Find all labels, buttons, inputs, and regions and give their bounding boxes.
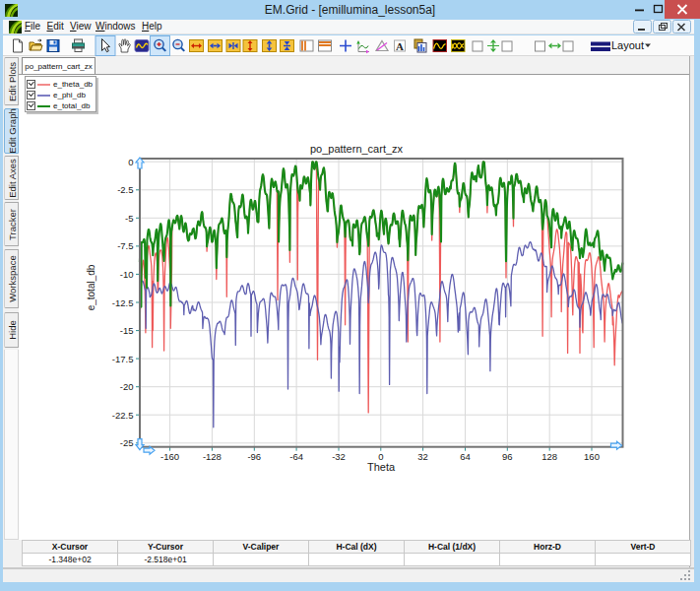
- svg-text:-32: -32: [332, 451, 346, 462]
- svg-text:Layout: Layout: [611, 39, 644, 51]
- svg-text:A: A: [396, 40, 404, 52]
- svg-text:-5: -5: [125, 213, 133, 224]
- svg-text:-96: -96: [247, 451, 261, 462]
- svg-text:128: 128: [541, 451, 557, 462]
- svg-text:-160: -160: [160, 451, 179, 462]
- svg-text:-15: -15: [120, 325, 134, 336]
- svg-text:-22.5: -22.5: [112, 410, 134, 421]
- svg-text:-25: -25: [120, 437, 134, 448]
- svg-text:-128: -128: [203, 451, 222, 462]
- svg-text:-10: -10: [120, 269, 134, 280]
- svg-text:-20: -20: [120, 381, 134, 392]
- svg-text:e_total_db: e_total_db: [86, 264, 96, 310]
- svg-text:-2.5: -2.5: [117, 184, 133, 195]
- svg-text:0: 0: [128, 157, 133, 167]
- svg-text:32: 32: [417, 451, 428, 462]
- svg-text:96: 96: [502, 451, 513, 462]
- svg-text:64: 64: [460, 451, 471, 462]
- svg-text:Theta: Theta: [367, 461, 396, 473]
- svg-text:-7.5: -7.5: [117, 240, 133, 251]
- svg-text:-64: -64: [289, 451, 303, 462]
- svg-text:-12.5: -12.5: [112, 297, 134, 308]
- svg-text:160: 160: [584, 451, 600, 462]
- svg-text:po_pattern_cart_zx: po_pattern_cart_zx: [310, 143, 404, 155]
- svg-text:-17.5: -17.5: [112, 354, 134, 364]
